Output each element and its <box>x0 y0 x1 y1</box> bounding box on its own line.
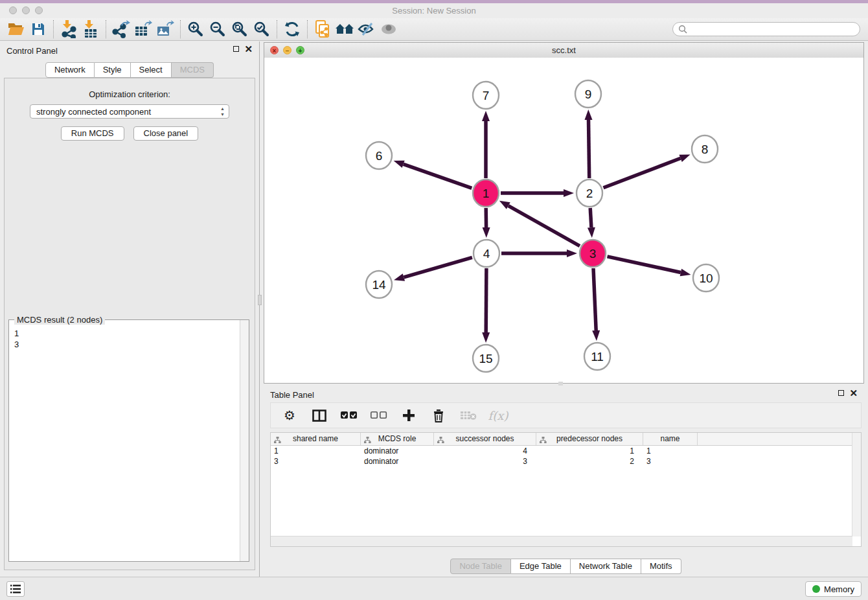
tab-select[interactable]: Select <box>131 62 172 78</box>
graph-node-15[interactable]: 15 <box>473 345 499 372</box>
table-cell[interactable]: 3 <box>643 456 698 467</box>
tab-style[interactable]: Style <box>95 62 131 78</box>
table-cell[interactable]: 4 <box>434 446 536 456</box>
tab-mcds[interactable]: MCDS <box>172 62 214 78</box>
close-panel-icon[interactable]: ✕ <box>244 45 253 52</box>
zoom-fit-icon[interactable] <box>229 19 251 39</box>
network-window-title: scc.txt <box>264 45 863 55</box>
table-cell[interactable]: 2 <box>536 456 643 467</box>
toolbar-separator <box>180 20 181 38</box>
memory-button[interactable]: Memory <box>805 581 862 597</box>
import-network-icon[interactable] <box>58 19 80 39</box>
criterion-select[interactable]: strongly connected component ▲▼ <box>30 104 229 119</box>
table-settings-icon[interactable]: ⚙ <box>281 407 298 424</box>
float-table-panel-icon[interactable] <box>838 390 844 396</box>
graph-node-14[interactable]: 14 <box>366 271 392 298</box>
tab-network[interactable]: Network <box>45 62 95 78</box>
table-cell[interactable]: dominator <box>361 446 434 456</box>
table-cell[interactable]: 1 <box>271 446 361 456</box>
close-panel-button[interactable]: Close panel <box>133 126 199 141</box>
graph-edge-2-9[interactable] <box>589 120 589 178</box>
graph-edge-4-15[interactable] <box>486 268 486 332</box>
network-from-selection-icon[interactable] <box>312 19 334 39</box>
save-session-icon[interactable] <box>27 19 49 39</box>
toggle-panes-icon[interactable] <box>311 407 328 424</box>
toolbar-separator <box>53 20 54 38</box>
run-mcds-button[interactable]: Run MCDS <box>61 126 124 141</box>
graph-node-3[interactable]: 3 <box>580 240 606 267</box>
graph-node-9[interactable]: 9 <box>575 80 601 108</box>
tab-motifs[interactable]: Motifs <box>641 559 681 574</box>
hierarchy-icon <box>540 435 547 448</box>
add-column-icon[interactable] <box>400 407 417 424</box>
export-image-icon[interactable] <box>154 19 176 39</box>
export-network-icon[interactable] <box>110 19 132 39</box>
table-row[interactable]: 3dominator323 <box>271 456 861 467</box>
hide-selected-icon[interactable] <box>356 19 378 39</box>
table-cell[interactable]: 3 <box>271 456 361 467</box>
table-vertical-scrollbar[interactable] <box>852 433 861 537</box>
column-header-predecessor-nodes[interactable]: predecessor nodes <box>536 433 643 445</box>
mcds-panel: Optimization criterion: strongly connect… <box>4 78 255 570</box>
refresh-view-icon[interactable] <box>281 19 303 39</box>
panel-divider-grip[interactable] <box>258 295 262 305</box>
graph-edge-3-10[interactable] <box>608 257 681 273</box>
delete-column-icon[interactable] <box>430 407 447 424</box>
zoom-selected-icon[interactable] <box>251 19 273 39</box>
graph-edge-3-11[interactable] <box>593 268 596 330</box>
graph-node-8[interactable]: 8 <box>692 135 718 163</box>
open-session-icon[interactable] <box>5 19 27 39</box>
search-input[interactable] <box>691 24 860 34</box>
graph-node-4[interactable]: 4 <box>474 240 499 267</box>
home-layout-icon[interactable] <box>334 19 356 39</box>
graph-node-10[interactable]: 10 <box>693 264 719 292</box>
tab-network-table[interactable]: Network Table <box>571 559 641 574</box>
table-cell[interactable]: 3 <box>434 456 536 467</box>
column-header-label: name <box>660 434 680 443</box>
show-all-icon[interactable] <box>378 19 400 39</box>
network-canvas[interactable]: 1234678910111415 <box>264 58 863 383</box>
table-cell[interactable]: 1 <box>536 446 643 456</box>
delete-table-icon <box>460 407 477 424</box>
column-header-name[interactable]: name <box>643 433 698 445</box>
table-panel-title: Table Panel <box>270 390 314 400</box>
graph-edge-2-8[interactable] <box>604 158 681 187</box>
export-table-icon[interactable] <box>132 19 154 39</box>
hierarchy-icon <box>437 435 444 448</box>
table-row[interactable]: 1dominator411 <box>271 446 861 456</box>
table-cell[interactable]: 1 <box>643 446 698 456</box>
graph-edge-4-14[interactable] <box>404 257 472 277</box>
graph-edge-3-1[interactable] <box>508 206 580 246</box>
hierarchy-icon <box>274 435 281 448</box>
node-table: shared nameMCDS rolesuccessor nodesprede… <box>270 432 862 547</box>
graph-node-7[interactable]: 7 <box>473 82 499 109</box>
search-field[interactable] <box>672 22 860 36</box>
control-panel-header: Control Panel ✕ <box>0 41 259 58</box>
select-all-rows-icon[interactable] <box>341 407 358 424</box>
graph-edge-2-3[interactable] <box>590 208 591 227</box>
task-history-button[interactable] <box>6 581 25 597</box>
column-header-shared-name[interactable]: shared name <box>271 433 361 445</box>
graph-node-11[interactable]: 11 <box>584 343 610 370</box>
column-header-successor-nodes[interactable]: successor nodes <box>434 433 536 445</box>
column-header-MCDS-role[interactable]: MCDS role <box>361 433 434 445</box>
close-table-panel-icon[interactable]: ✕ <box>849 389 858 397</box>
tab-edge-table[interactable]: Edge Table <box>511 559 571 574</box>
graph-node-1[interactable]: 1 <box>473 179 499 207</box>
graph-node-2[interactable]: 2 <box>577 179 602 207</box>
graph-edge-1-6[interactable] <box>404 164 472 188</box>
import-table-icon[interactable] <box>80 19 102 39</box>
table-panel-tabs: Node TableEdge TableNetwork TableMotifs <box>264 559 868 574</box>
deselect-all-rows-icon[interactable] <box>371 407 387 424</box>
zoom-out-icon[interactable] <box>207 19 229 39</box>
graph-node-6[interactable]: 6 <box>366 142 392 169</box>
graph-node-label: 2 <box>586 187 593 200</box>
graph-node-label: 3 <box>589 247 597 260</box>
table-cell[interactable]: dominator <box>361 456 434 467</box>
float-panel-icon[interactable] <box>233 46 239 52</box>
tab-node-table[interactable]: Node Table <box>450 559 511 574</box>
table-panel-header: Table Panel ✕ <box>264 386 868 402</box>
result-scrollbar[interactable] <box>240 320 249 561</box>
table-horizontal-scrollbar[interactable] <box>271 536 852 546</box>
zoom-in-icon[interactable] <box>185 19 207 39</box>
